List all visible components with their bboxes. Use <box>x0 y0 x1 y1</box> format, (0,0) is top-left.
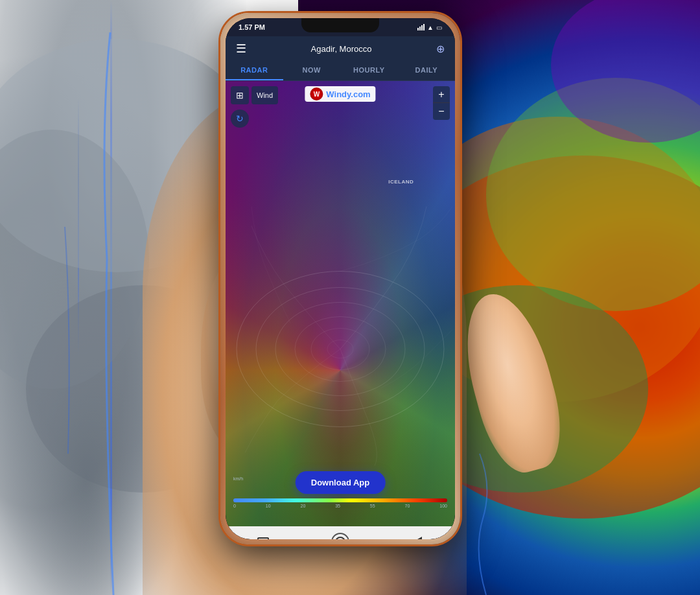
phone-chassis: 1.57 PM ▲ ▭ <box>220 13 460 544</box>
location-title: Agadir, Morocco <box>311 44 372 54</box>
nav-tabs: RADAR NOW HOURLY DAILY <box>226 61 455 81</box>
windy-logo-text: Windy.com <box>326 89 370 99</box>
legend-val-5: 70 <box>405 504 410 508</box>
legend-val-1: 10 <box>266 504 271 508</box>
app-header: ☰ Agadir, Morocco ⊕ <box>226 36 455 61</box>
legend-labels: 0 10 20 35 55 70 100 <box>233 504 447 508</box>
phone-content: ☰ Agadir, Morocco ⊕ RADAR NOW HOURLY DAI… <box>226 36 455 539</box>
status-time: 1.57 PM <box>239 23 265 31</box>
zoom-controls: + − <box>433 86 450 120</box>
windy-logo: W Windy.com <box>305 86 375 102</box>
wind-streams-svg <box>226 81 455 526</box>
legend-val-3: 35 <box>335 504 340 508</box>
svg-rect-14 <box>258 538 268 539</box>
legend-val-6: 100 <box>439 504 447 508</box>
back-button[interactable] <box>410 535 425 539</box>
bottom-nav <box>226 526 455 539</box>
tab-daily[interactable]: DAILY <box>398 61 456 80</box>
legend-color-bar <box>233 498 447 502</box>
recent-apps-button[interactable] <box>256 535 270 539</box>
svg-marker-16 <box>413 537 422 539</box>
battery-icon: ▭ <box>436 24 442 31</box>
legend-val-2: 20 <box>300 504 305 508</box>
legend-val-4: 55 <box>370 504 375 508</box>
wind-badge[interactable]: Wind <box>251 86 278 104</box>
download-app-button[interactable]: Download App <box>296 471 386 494</box>
tab-hourly[interactable]: HOURLY <box>340 61 398 80</box>
menu-icon[interactable]: ☰ <box>236 41 246 56</box>
download-button-area: Download App <box>296 471 386 494</box>
phone-screen: 1.57 PM ▲ ▭ <box>226 18 455 539</box>
svg-point-15 <box>336 537 345 539</box>
windy-logo-icon: W <box>310 88 323 100</box>
legend-val-0: 0 <box>233 504 236 508</box>
phone-inner: 1.57 PM ▲ ▭ <box>226 18 455 539</box>
map-layer-controls: ⊞ Wind <box>231 86 278 104</box>
speed-legend: km/h 0 10 20 35 55 70 100 <box>226 498 455 508</box>
location-pin-icon[interactable]: ⊕ <box>436 43 445 55</box>
tab-radar[interactable]: RADAR <box>226 61 283 80</box>
home-button[interactable] <box>331 533 349 539</box>
wifi-icon: ▲ <box>427 24 434 31</box>
tab-now[interactable]: NOW <box>283 61 341 80</box>
zoom-in-button[interactable]: + <box>433 86 450 103</box>
map-container: ICELAND W Windy.com ⊞ Wind <box>226 81 455 526</box>
phone-device: 1.57 PM ▲ ▭ <box>220 13 460 544</box>
layer-button[interactable]: ⊞ <box>231 86 249 104</box>
refresh-button[interactable]: ↻ <box>231 110 249 128</box>
signal-icon <box>417 24 425 30</box>
status-icons: ▲ ▭ <box>417 24 442 31</box>
legend-unit: km/h <box>233 476 243 481</box>
zoom-out-button[interactable]: − <box>433 103 450 120</box>
phone-notch <box>301 18 379 32</box>
